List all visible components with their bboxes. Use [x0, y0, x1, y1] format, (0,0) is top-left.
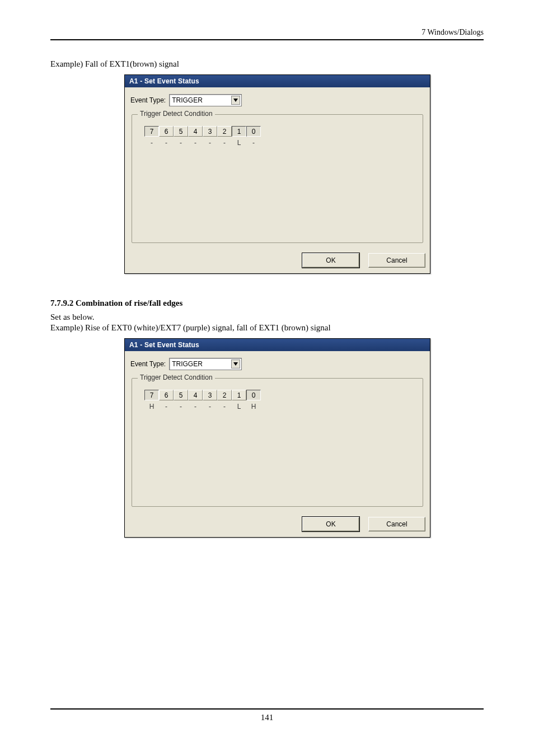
running-head: 7 Windows/Dialogs	[50, 28, 484, 37]
bit-button-5[interactable]: 5	[174, 126, 188, 137]
event-type-value: TRIGGER	[172, 360, 203, 368]
bit-value-2: -	[217, 403, 232, 410]
page-number: 141	[50, 713, 484, 722]
bit-button-1[interactable]: 1	[232, 390, 246, 400]
header-rule	[50, 39, 484, 40]
event-type-value: TRIGGER	[172, 96, 203, 104]
bit-value-4: -	[188, 403, 203, 410]
bit-value-6: -	[159, 139, 174, 147]
bit-value-7: -	[144, 139, 159, 147]
set-event-status-dialog-2: A1 - Set Event Status Event Type: TRIGGE…	[124, 338, 430, 538]
bit-value-5: -	[174, 139, 188, 147]
bit-button-6[interactable]: 6	[159, 126, 174, 137]
example-caption-1: Example) Fall of EXT1(brown) signal	[50, 59, 484, 69]
event-type-select[interactable]: TRIGGER	[169, 94, 242, 106]
cancel-button[interactable]: Cancel	[368, 517, 425, 531]
bit-button-4[interactable]: 4	[188, 126, 203, 137]
trigger-condition-group: Trigger Detect Condition 76543210 ------…	[132, 114, 423, 243]
bit-value-1: L	[232, 403, 246, 410]
bit-value-0: -	[246, 139, 261, 147]
footer-rule	[50, 708, 484, 710]
ok-button[interactable]: OK	[302, 253, 359, 268]
bit-value-7: H	[144, 403, 159, 410]
ok-button[interactable]: OK	[302, 517, 359, 531]
dropdown-arrow-icon[interactable]	[231, 96, 240, 105]
section-heading: 7.7.9.2 Combination of rise/fall edges	[50, 298, 484, 308]
bit-value-2: -	[217, 139, 232, 147]
bit-button-4[interactable]: 4	[188, 390, 203, 400]
trigger-condition-group: Trigger Detect Condition 76543210 H-----…	[132, 378, 423, 507]
event-type-select[interactable]: TRIGGER	[169, 358, 242, 370]
bit-value-5: -	[174, 403, 188, 410]
bit-value-6: -	[159, 403, 174, 410]
dropdown-arrow-icon[interactable]	[231, 360, 240, 368]
group-label: Trigger Detect Condition	[138, 374, 215, 381]
bit-button-5[interactable]: 5	[174, 390, 188, 400]
body-line-2: Example) Rise of EXT0 (white)/EXT7 (purp…	[50, 323, 484, 333]
bit-button-6[interactable]: 6	[159, 390, 174, 400]
bit-button-2[interactable]: 2	[217, 390, 232, 400]
bit-value-1: L	[232, 139, 246, 147]
dialog-titlebar: A1 - Set Event Status	[125, 339, 430, 351]
set-event-status-dialog-1: A1 - Set Event Status Event Type: TRIGGE…	[124, 74, 430, 274]
bit-value-4: -	[188, 139, 203, 147]
event-type-label: Event Type:	[130, 360, 166, 368]
bit-button-3[interactable]: 3	[203, 126, 217, 137]
bit-value-3: -	[203, 403, 217, 410]
body-line-1: Set as below.	[50, 312, 484, 322]
cancel-button[interactable]: Cancel	[368, 253, 425, 268]
bit-button-0[interactable]: 0	[246, 390, 261, 400]
bit-button-7[interactable]: 7	[144, 126, 159, 137]
bit-button-0[interactable]: 0	[246, 126, 261, 137]
bit-button-7[interactable]: 7	[144, 390, 159, 400]
bit-button-3[interactable]: 3	[203, 390, 217, 400]
bit-value-3: -	[203, 139, 217, 147]
bit-value-0: H	[246, 403, 261, 410]
dialog-titlebar: A1 - Set Event Status	[125, 75, 430, 87]
bit-button-1[interactable]: 1	[232, 126, 246, 137]
group-label: Trigger Detect Condition	[138, 110, 215, 118]
bit-button-2[interactable]: 2	[217, 126, 232, 137]
event-type-label: Event Type:	[130, 96, 166, 104]
